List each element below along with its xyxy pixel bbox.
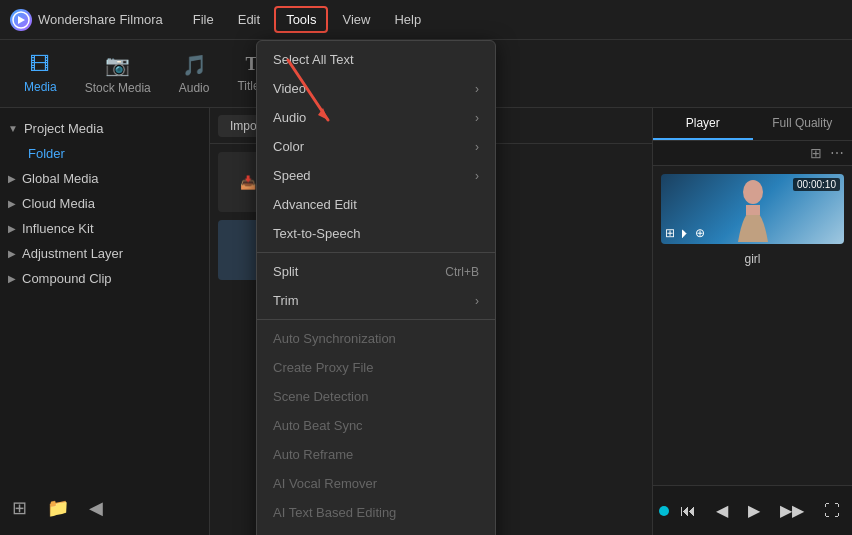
dd-audio-arrow: › [475, 111, 479, 125]
tab-stock-media[interactable]: 📷 Stock Media [71, 47, 165, 101]
stock-media-icon: 📷 [105, 53, 130, 77]
media-item-label: girl [661, 252, 844, 266]
person-silhouette [728, 177, 778, 242]
arrow-icon: ▼ [8, 123, 18, 134]
tab-audio[interactable]: 🎵 Audio [165, 47, 224, 101]
sidebar-item-project-media[interactable]: ▼ Project Media [0, 116, 209, 141]
add-folder-button[interactable]: 📁 [43, 493, 73, 523]
sidebar-item-adjustment-layer[interactable]: ▶ Adjustment Layer [0, 241, 209, 266]
dd-text-to-speech[interactable]: Text-to-Speech [257, 219, 495, 248]
dd-auto-sync[interactable]: Auto Synchronization [257, 324, 495, 353]
menu-bar: File Edit Tools View Help [183, 6, 431, 33]
dd-divider-2 [257, 319, 495, 320]
dd-split-shortcut: Ctrl+B [445, 265, 479, 279]
sidebar-item-compound-clip[interactable]: ▶ Compound Clip [0, 266, 209, 291]
dd-auto-beat-sync[interactable]: Auto Beat Sync [257, 411, 495, 440]
right-panel: Player Full Quality ⊞ ⋯ 00:00:10 ⊞ [652, 108, 852, 535]
right-panel-toolbar: ⊞ ⋯ [653, 141, 852, 166]
audio-icon: 🎵 [182, 53, 207, 77]
dd-create-proxy[interactable]: Create Proxy File [257, 353, 495, 382]
menu-file[interactable]: File [183, 8, 224, 31]
progress-bar[interactable] [661, 509, 664, 513]
dd-trim-arrow: › [475, 294, 479, 308]
player-controls: ⏮ ◀ ▶ ▶▶ ⛶ [653, 485, 852, 535]
menu-edit[interactable]: Edit [228, 8, 270, 31]
rewind-button[interactable]: ⏮ [676, 498, 700, 524]
tools-dropdown: Select All Text Video › Audio › Color › … [256, 40, 496, 535]
dd-silence-detect[interactable]: Silence Detection [257, 527, 495, 535]
menu-help[interactable]: Help [384, 8, 431, 31]
more-icon[interactable]: ⋯ [830, 145, 844, 161]
next-frame-button[interactable]: ▶▶ [776, 497, 808, 524]
titlebar: Wondershare Filmora File Edit Tools View… [0, 0, 852, 40]
dd-split[interactable]: Split Ctrl+B [257, 257, 495, 286]
sidebar-sub-folder[interactable]: Folder [0, 141, 209, 166]
sidebar: ▼ Project Media Folder ▶ Global Media ▶ … [0, 108, 210, 535]
right-panel-content: 00:00:10 ⊞ ⏵ ⊕ girl [653, 166, 852, 485]
fullscreen-button[interactable]: ⛶ [820, 498, 844, 524]
collapse-sidebar-button[interactable]: ◀ [85, 493, 107, 523]
sidebar-item-global-media[interactable]: ▶ Global Media [0, 166, 209, 191]
arrow-icon-influence: ▶ [8, 223, 16, 234]
right-tab-full-quality[interactable]: Full Quality [753, 108, 853, 140]
arrow-icon-adj: ▶ [8, 248, 16, 259]
sidebar-item-influence-kit[interactable]: ▶ Influence Kit [0, 216, 209, 241]
svg-point-1 [743, 180, 763, 204]
add-media-button[interactable]: ⊞ [8, 493, 31, 523]
filter-icon[interactable]: ⊞ [810, 145, 822, 161]
dd-select-all-text[interactable]: Select All Text [257, 45, 495, 74]
dd-speed[interactable]: Speed › [257, 161, 495, 190]
prev-frame-button[interactable]: ◀ [712, 497, 732, 524]
progress-thumb[interactable] [659, 506, 669, 516]
menu-view[interactable]: View [332, 8, 380, 31]
app-logo: Wondershare Filmora [10, 9, 163, 31]
dd-advanced-edit[interactable]: Advanced Edit [257, 190, 495, 219]
thumb-controls: ⊞ ⏵ ⊕ [665, 226, 705, 240]
svg-rect-2 [746, 205, 760, 215]
menu-tools[interactable]: Tools [274, 6, 328, 33]
media-duration: 00:00:10 [793, 178, 840, 191]
arrow-icon-global: ▶ [8, 173, 16, 184]
arrow-icon-cloud: ▶ [8, 198, 16, 209]
dd-scene-detection[interactable]: Scene Detection [257, 382, 495, 411]
dd-video-arrow: › [475, 82, 479, 96]
dd-color-arrow: › [475, 140, 479, 154]
dd-color[interactable]: Color › [257, 132, 495, 161]
dd-speed-arrow: › [475, 169, 479, 183]
sidebar-item-cloud-media[interactable]: ▶ Cloud Media [0, 191, 209, 216]
dd-trim[interactable]: Trim › [257, 286, 495, 315]
media-thumbnail-girl[interactable]: 00:00:10 ⊞ ⏵ ⊕ [661, 174, 844, 244]
dd-audio[interactable]: Audio › [257, 103, 495, 132]
dd-ai-text-edit[interactable]: AI Text Based Editing [257, 498, 495, 527]
sidebar-bottom: ⊞ 📁 ◀ [8, 493, 107, 523]
dd-divider-1 [257, 252, 495, 253]
logo-icon [10, 9, 32, 31]
right-tab-player[interactable]: Player [653, 108, 753, 140]
dd-video[interactable]: Video › [257, 74, 495, 103]
dd-ai-vocal[interactable]: AI Vocal Remover [257, 469, 495, 498]
right-panel-tabs: Player Full Quality [653, 108, 852, 141]
dd-auto-reframe[interactable]: Auto Reframe [257, 440, 495, 469]
play-button[interactable]: ▶ [744, 497, 764, 524]
media-icon: 🎞 [30, 53, 50, 76]
arrow-icon-comp: ▶ [8, 273, 16, 284]
app-name: Wondershare Filmora [38, 12, 163, 27]
tab-media[interactable]: 🎞 Media [10, 47, 71, 100]
